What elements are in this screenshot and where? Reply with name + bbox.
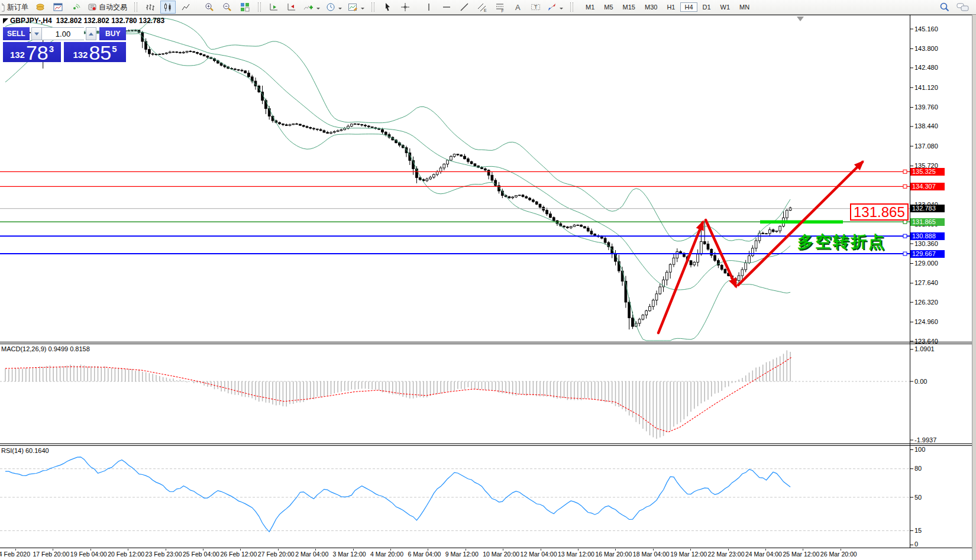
macd-axis-label: -1.9937 xyxy=(914,437,936,444)
toolbar-grip xyxy=(134,2,137,12)
buy-price-point: 5 xyxy=(112,44,117,54)
timeframe-w1[interactable]: W1 xyxy=(716,2,735,12)
one-click-collapse-icon[interactable] xyxy=(3,18,8,24)
price-tick-label: 127.640 xyxy=(914,280,938,286)
time-tick xyxy=(315,549,316,551)
rsi-axis-label: 15 xyxy=(914,527,922,534)
timeframe-m30[interactable]: M30 xyxy=(641,2,661,12)
time-tick xyxy=(653,549,654,551)
date-label: 14 Feb 2020 xyxy=(0,551,30,558)
indicators-button[interactable] xyxy=(302,1,322,14)
date-label: 12 Mar 04:00 xyxy=(521,551,557,558)
price-marker-label: 129.667 xyxy=(910,250,945,258)
turning-point-annotation[interactable]: 多空转折点 xyxy=(797,231,886,253)
time-tick xyxy=(128,549,128,551)
time-axis[interactable]: 14 Feb 202017 Feb 20:0019 Feb 04:0020 Fe… xyxy=(0,549,972,560)
macd-axis-label: 0.00 xyxy=(914,378,927,385)
price-tick-label: 138.440 xyxy=(914,123,938,130)
line-chart-button[interactable] xyxy=(178,1,193,14)
fibonacci-button[interactable]: F xyxy=(492,1,508,14)
timeframe-m5[interactable]: M5 xyxy=(600,2,617,12)
zoom-out-icon xyxy=(222,2,232,12)
timeframe-h1[interactable]: H1 xyxy=(662,2,679,12)
text-label-button[interactable]: T xyxy=(528,1,543,14)
time-tick xyxy=(578,549,579,551)
text-button[interactable]: A xyxy=(510,1,525,14)
chart-shift-button[interactable] xyxy=(284,1,299,14)
date-label: 25 Mar 12:00 xyxy=(783,551,819,558)
new-order-button[interactable]: 新订单 xyxy=(1,1,30,14)
price-tick-label: 130.360 xyxy=(914,241,938,247)
arrows-button[interactable] xyxy=(545,1,565,14)
hline-button[interactable] xyxy=(439,1,454,14)
date-label: 4 Mar 20:00 xyxy=(370,551,403,558)
date-label: 26 Mar 20:00 xyxy=(820,551,857,558)
time-tick xyxy=(803,549,803,551)
signals-button[interactable] xyxy=(68,1,83,14)
mt4-window: 新订单 自动交易 xyxy=(0,0,976,560)
svg-text:F: F xyxy=(501,8,503,12)
crosshair-button[interactable] xyxy=(397,1,413,14)
price-tick-label: 126.320 xyxy=(914,299,938,306)
buy-button[interactable]: BUY xyxy=(99,27,126,40)
candlestick-chart-button[interactable] xyxy=(160,1,176,14)
autotrading-button[interactable]: 自动交易 xyxy=(86,1,129,14)
timeframe-d1[interactable]: D1 xyxy=(699,2,715,12)
toolbar: 新订单 自动交易 xyxy=(0,0,976,15)
rsi-axis-label: 80 xyxy=(914,465,922,472)
chevron-down-icon xyxy=(560,8,563,11)
market-watch-button[interactable] xyxy=(33,1,48,14)
date-label: 19 Feb 04:00 xyxy=(70,551,107,558)
toolbar-grip xyxy=(570,2,573,12)
timeframe-h4[interactable]: H4 xyxy=(680,2,697,12)
indicators-icon xyxy=(303,2,314,12)
zoom-in-icon xyxy=(205,2,214,12)
date-label: 25 Feb 04:00 xyxy=(183,551,219,558)
periods-button[interactable] xyxy=(324,1,344,14)
chart-canvas[interactable] xyxy=(0,15,976,549)
price-tick-label: 143.800 xyxy=(914,46,938,52)
macd-axis-label: 1.0901 xyxy=(914,346,935,352)
new-order-icon xyxy=(1,3,5,12)
volume-input[interactable] xyxy=(42,27,84,40)
channel-button[interactable]: E xyxy=(474,1,490,14)
arrows-icon xyxy=(547,2,557,12)
timeframe-m15[interactable]: M15 xyxy=(619,2,639,12)
time-tick xyxy=(15,549,16,551)
volume-decrease-button[interactable] xyxy=(31,27,42,40)
timeframe-mn[interactable]: MN xyxy=(735,2,754,12)
rsi-axis-label: 50 xyxy=(914,494,922,501)
templates-button[interactable] xyxy=(346,1,366,14)
auto-scroll-icon xyxy=(269,2,279,12)
chart-shift-icon xyxy=(287,2,296,12)
trendline-button[interactable] xyxy=(457,1,472,14)
date-label: 9 Mar 12:00 xyxy=(445,551,479,558)
svg-text:T: T xyxy=(534,4,538,10)
text-icon: A xyxy=(513,2,522,12)
price-axis[interactable]: 145.160143.800142.480141.120139.760138.4… xyxy=(910,0,972,560)
new-chart-button[interactable] xyxy=(50,1,66,14)
bar-chart-button[interactable] xyxy=(143,1,158,14)
tile-windows-button[interactable] xyxy=(237,1,253,14)
autotrading-label: 自动交易 xyxy=(99,2,127,12)
rsi-axis-label: 0 xyxy=(914,541,918,548)
svg-text:E: E xyxy=(484,8,487,12)
auto-scroll-button[interactable] xyxy=(266,1,282,14)
price-marker-label: 134.307 xyxy=(910,183,945,190)
sell-price-box[interactable]: 132 78 3 xyxy=(3,42,61,62)
zoom-in-button[interactable] xyxy=(202,1,217,14)
vline-button[interactable] xyxy=(421,1,437,14)
tile-windows-icon xyxy=(240,2,250,12)
gold-book-icon xyxy=(35,2,45,12)
buy-price-box[interactable]: 132 85 5 xyxy=(64,42,126,62)
time-tick xyxy=(428,549,428,551)
date-label: 26 Feb 12:00 xyxy=(220,551,257,558)
chevron-down-icon xyxy=(316,8,320,11)
timeframe-m1[interactable]: M1 xyxy=(581,2,599,12)
window-edge-strip xyxy=(972,15,976,560)
volume-increase-button[interactable] xyxy=(86,27,96,40)
zoom-out-button[interactable] xyxy=(219,1,235,14)
sell-button[interactable]: SELL xyxy=(3,27,30,40)
price-level-callout[interactable]: 131.865 xyxy=(850,203,909,221)
cursor-button[interactable] xyxy=(380,1,395,14)
